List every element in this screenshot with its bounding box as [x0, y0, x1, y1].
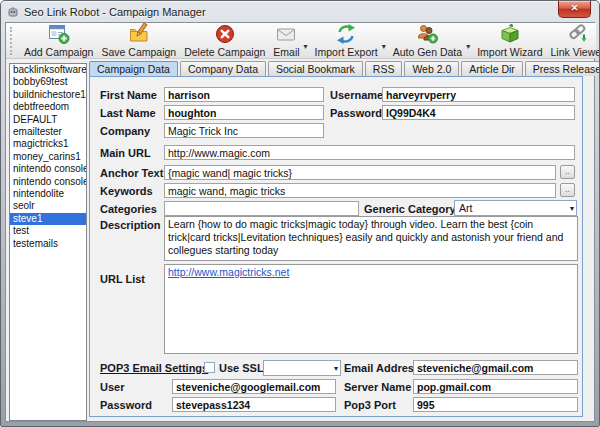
- add-campaign-button[interactable]: Add Campaign: [20, 22, 97, 59]
- anchor-text-more-button[interactable]: ..: [560, 165, 575, 179]
- email-label: Email: [273, 46, 299, 58]
- anchor-text-label: Anchor Text: [100, 167, 163, 179]
- add-campaign-label: Add Campaign: [24, 46, 93, 58]
- pop3-password-label: Password: [100, 399, 152, 411]
- keywords-label: Keywords: [100, 185, 153, 197]
- list-item[interactable]: test: [10, 225, 86, 237]
- titlebar[interactable]: Seo Link Robot - Campaign Manager: [7, 3, 555, 21]
- save-campaign-button[interactable]: Save Campaign: [97, 22, 180, 59]
- delete-campaign-button[interactable]: Delete Campaign: [180, 22, 269, 59]
- first-name-field[interactable]: [164, 87, 324, 102]
- password-label: Password: [330, 107, 382, 119]
- last-name-label: Last Name: [100, 107, 156, 119]
- ssl-dropdown[interactable]: ▾: [263, 360, 341, 376]
- list-item[interactable]: nintendo consoles: [10, 163, 86, 175]
- url-list-label: URL List: [100, 273, 145, 285]
- chevron-down-icon: ▾: [334, 364, 338, 373]
- list-item[interactable]: nintendo consoles 2: [10, 176, 86, 188]
- email-address-label: Email Address: [344, 362, 420, 374]
- auto-gen-data-button[interactable]: Auto Gen Data: [389, 22, 466, 59]
- description-label: Description: [100, 219, 161, 231]
- keywords-field[interactable]: [164, 183, 556, 198]
- generic-category-label: Generic Category: [364, 203, 456, 215]
- app-window: Seo Link Robot - Campaign Manager ✕ Add …: [0, 0, 600, 427]
- pop3-user-label: User: [100, 381, 124, 393]
- campaign-list: backlinksoftware bobby69test buildniches…: [9, 63, 87, 421]
- url-list-link[interactable]: http://www.magictricks.net: [168, 266, 289, 278]
- list-item[interactable]: bobby69test: [10, 76, 86, 88]
- username-field[interactable]: [382, 87, 575, 102]
- password-field[interactable]: [382, 105, 575, 120]
- list-item[interactable]: DEFAULT: [10, 114, 86, 126]
- list-item[interactable]: emailtester: [10, 126, 86, 138]
- company-field[interactable]: [164, 123, 324, 138]
- username-label: Username: [330, 89, 383, 101]
- list-item[interactable]: magictricks1: [10, 138, 86, 150]
- list-item[interactable]: nintendolite: [10, 188, 86, 200]
- main-url-field[interactable]: [164, 145, 575, 160]
- email-address-field[interactable]: [413, 360, 578, 375]
- pop3-user-field[interactable]: [172, 379, 336, 394]
- pop3-port-field[interactable]: [413, 397, 578, 412]
- tab-company-data[interactable]: Company Data: [180, 61, 266, 76]
- pop3-password-field[interactable]: [172, 397, 336, 412]
- use-ssl-label: Use SSL: [219, 362, 264, 374]
- list-item-selected[interactable]: steve1: [10, 213, 86, 225]
- list-item[interactable]: backlinksoftware: [10, 64, 86, 76]
- import-wizard-label: Import Wizard: [477, 46, 542, 58]
- server-name-field[interactable]: [413, 379, 578, 394]
- tab-rss[interactable]: RSS: [365, 61, 403, 76]
- delete-campaign-icon: [214, 23, 236, 45]
- link-viewer-label: Link Viewer: [550, 46, 600, 58]
- first-name-label: First Name: [100, 89, 157, 101]
- email-button[interactable]: Email: [269, 22, 303, 59]
- tab-social-bookmark[interactable]: Social Bookmark: [268, 61, 363, 76]
- window-title: Seo Link Robot - Campaign Manager: [24, 6, 206, 18]
- generic-category-dropdown[interactable]: Art ▾: [454, 200, 577, 216]
- list-item[interactable]: debtfreedom: [10, 101, 86, 113]
- import-export-label: Import Export: [315, 46, 378, 58]
- import-export-icon: [335, 23, 357, 45]
- auto-gen-data-dropdown-arrow-icon[interactable]: ▾: [466, 42, 470, 51]
- tab-press-release[interactable]: Press Release: [525, 61, 600, 76]
- company-label: Company: [100, 125, 150, 137]
- email-icon: [275, 23, 297, 45]
- chevron-down-icon: ▾: [570, 204, 574, 213]
- tab-campaign-data[interactable]: Campaign Data: [89, 61, 178, 76]
- categories-label: Categories: [100, 203, 157, 215]
- import-export-dropdown-arrow-icon[interactable]: ▾: [382, 42, 386, 51]
- pop3-port-label: Pop3 Port: [344, 399, 396, 411]
- list-item[interactable]: seolr: [10, 200, 86, 212]
- app-icon: [7, 6, 19, 18]
- tab-web-20[interactable]: Web 2.0: [404, 61, 459, 76]
- list-item[interactable]: buildnichestore1: [10, 89, 86, 101]
- list-item[interactable]: testemails: [10, 238, 86, 250]
- import-export-button[interactable]: Import Export: [311, 22, 382, 59]
- auto-gen-data-label: Auto Gen Data: [393, 46, 462, 58]
- save-campaign-label: Save Campaign: [101, 46, 176, 58]
- import-wizard-button[interactable]: Import Wizard: [473, 22, 546, 59]
- delete-campaign-label: Delete Campaign: [184, 46, 265, 58]
- auto-gen-data-icon: [416, 23, 439, 45]
- generic-category-value: Art: [459, 202, 472, 214]
- main-url-label: Main URL: [100, 147, 151, 159]
- toolbar-grip[interactable]: [10, 27, 12, 55]
- anchor-text-field[interactable]: [164, 165, 556, 180]
- tab-article-dir[interactable]: Article Dir: [461, 61, 523, 76]
- link-viewer-icon: [567, 23, 589, 45]
- import-wizard-icon: [499, 23, 521, 45]
- tab-strip: Campaign Data Company Data Social Bookma…: [89, 61, 600, 76]
- save-campaign-icon: [127, 23, 151, 45]
- description-textarea[interactable]: Learn {how to do magic tricks|magic toda…: [164, 216, 578, 261]
- link-viewer-button[interactable]: Link Viewer: [546, 22, 600, 59]
- categories-field[interactable]: [164, 201, 359, 216]
- add-campaign-icon: [47, 23, 71, 45]
- use-ssl-checkbox[interactable]: [204, 362, 215, 373]
- email-dropdown-arrow-icon[interactable]: ▾: [304, 42, 308, 51]
- close-button[interactable]: ✕: [558, 1, 591, 18]
- last-name-field[interactable]: [164, 105, 324, 120]
- list-item[interactable]: money_carins1: [10, 151, 86, 163]
- toolbar: Add Campaign Save Campaign Delete Campai…: [6, 23, 596, 59]
- keywords-more-button[interactable]: ..: [560, 183, 575, 197]
- url-list-textarea[interactable]: http://www.magictricks.net: [164, 264, 578, 354]
